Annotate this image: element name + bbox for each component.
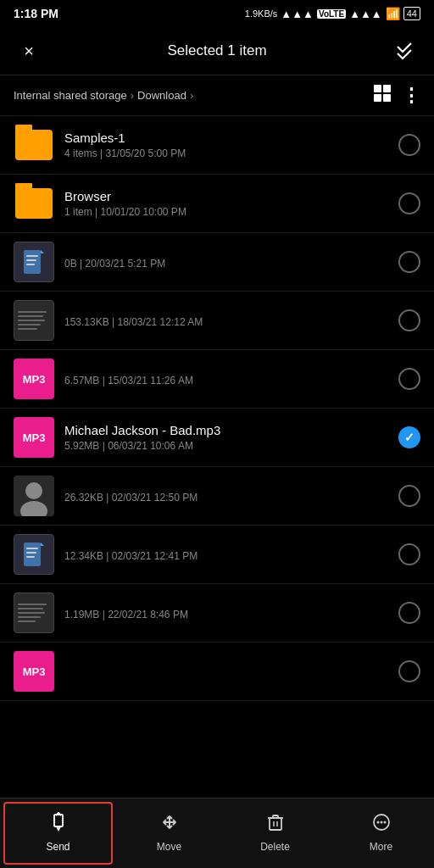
header-title: Selected 1 item <box>44 42 390 59</box>
wifi-icon: 📶 <box>386 7 400 20</box>
file-info: Samples-1 4 items | 31/05/20 5:00 PM <box>64 131 388 159</box>
doc-line <box>18 620 36 622</box>
list-item[interactable]: Browser 1 item | 10/01/20 10:00 PM <box>0 175 434 233</box>
breadcrumb-path[interactable]: Internal shared storage › Download › <box>14 89 193 102</box>
file-name: Michael Jackson - Bad.mp3 <box>64 423 388 437</box>
text-icon <box>14 308 53 333</box>
svg-rect-6 <box>26 259 36 261</box>
file-info <box>64 670 388 673</box>
portrait-icon <box>14 476 54 516</box>
select-checkbox[interactable] <box>398 251 420 273</box>
move-button[interactable]: Move <box>116 798 222 868</box>
doc-line <box>18 608 43 609</box>
file-thumbnail: MP3 <box>14 359 54 399</box>
grid-view-button[interactable] <box>373 84 392 107</box>
list-item[interactable]: Samples-1 4 items | 31/05/20 5:00 PM <box>0 116 434 175</box>
doc-line <box>18 604 47 605</box>
file-thumbnail: MP3 <box>14 651 54 692</box>
bottom-toolbar: Send Move Delete <box>0 798 434 868</box>
file-name: Samples-1 <box>64 131 388 145</box>
svg-point-9 <box>25 482 42 499</box>
svg-rect-5 <box>26 255 38 257</box>
file-info: 26.32KB | 02/03/21 12:50 PM <box>64 489 388 504</box>
file-info: 1.19MB | 22/02/21 8:46 PM <box>64 606 388 620</box>
file-info: Michael Jackson - Bad.mp3 5.92MB | 06/03… <box>64 423 388 452</box>
list-item[interactable]: MP3 <box>0 643 434 701</box>
send-icon <box>48 812 69 837</box>
folder-icon <box>15 188 53 219</box>
svg-rect-0 <box>374 85 381 92</box>
move-label: Move <box>157 841 181 853</box>
select-all-button[interactable] <box>390 36 420 66</box>
select-checkbox[interactable] <box>398 134 420 156</box>
select-checkbox[interactable] <box>398 602 420 624</box>
send-button[interactable]: Send <box>3 802 113 865</box>
context-menu-button[interactable]: ⋮ <box>402 85 420 107</box>
send-svg <box>48 812 69 832</box>
status-icons: 1.9KB/s ▲▲▲ VoLTE ▲▲▲ 📶 44 <box>245 7 420 20</box>
network-speed: 1.9KB/s <box>245 8 278 19</box>
select-checkbox[interactable] <box>398 426 420 448</box>
file-list: Samples-1 4 items | 31/05/20 5:00 PM Bro… <box>0 116 434 762</box>
close-button[interactable]: × <box>14 36 44 66</box>
svg-rect-15 <box>54 815 63 826</box>
more-icon <box>371 812 392 837</box>
doc-line <box>18 315 43 317</box>
doc-line <box>18 328 37 330</box>
file-meta: 12.34KB | 02/03/21 12:41 PM <box>64 550 388 562</box>
list-item[interactable]: 12.34KB | 02/03/21 12:41 PM <box>0 526 434 584</box>
select-checkbox[interactable] <box>398 660 420 682</box>
more-button[interactable]: More <box>328 798 434 868</box>
svg-rect-12 <box>26 548 38 549</box>
doc-line <box>18 311 47 313</box>
select-all-icon <box>396 42 415 60</box>
file-name: Browser <box>64 189 388 203</box>
file-meta: 26.32KB | 02/03/21 12:50 PM <box>64 492 388 504</box>
select-checkbox[interactable] <box>398 309 420 331</box>
list-item[interactable]: 1.19MB | 22/02/21 8:46 PM <box>0 584 434 643</box>
file-info: 0B | 20/03/21 5:21 PM <box>64 255 388 270</box>
file-meta: 0B | 20/03/21 5:21 PM <box>64 258 388 270</box>
list-item[interactable]: MP3 Michael Jackson - Bad.mp3 5.92MB | 0… <box>0 409 434 467</box>
delete-button[interactable]: Delete <box>222 798 328 868</box>
doc-icon <box>22 541 46 568</box>
file-meta: 1.19MB | 22/02/21 8:46 PM <box>64 609 388 620</box>
list-item[interactable]: 26.32KB | 02/03/21 12:50 PM <box>0 467 434 526</box>
file-thumbnail <box>14 242 54 282</box>
file-meta: 6.57MB | 15/03/21 11:26 AM <box>64 375 388 387</box>
select-checkbox[interactable] <box>398 543 420 565</box>
svg-point-25 <box>380 821 382 824</box>
file-meta: 4 items | 31/05/20 5:00 PM <box>64 147 388 159</box>
file-thumbnail <box>14 183 54 224</box>
status-bar: 1:18 PM 1.9KB/s ▲▲▲ VoLTE ▲▲▲ 📶 44 <box>0 0 434 27</box>
doc-line <box>18 324 41 326</box>
file-info: Browser 1 item | 10/01/20 10:00 PM <box>64 189 388 218</box>
file-info: 153.13KB | 18/03/21 12:12 AM <box>64 314 388 328</box>
svg-rect-4 <box>24 250 41 274</box>
text-icon <box>14 600 53 626</box>
file-meta: 5.92MB | 06/03/21 10:06 AM <box>64 440 388 452</box>
delete-label: Delete <box>260 841 290 853</box>
file-meta: 1 item | 10/01/20 10:00 PM <box>64 206 388 218</box>
more-label: More <box>370 841 392 853</box>
select-checkbox[interactable] <box>398 485 420 507</box>
doc-line <box>18 612 45 614</box>
file-thumbnail: MP3 <box>14 417 54 458</box>
more-svg <box>371 812 392 832</box>
svg-rect-13 <box>26 552 36 554</box>
select-checkbox[interactable] <box>398 192 420 214</box>
breadcrumb-root[interactable]: Internal shared storage <box>14 89 127 102</box>
file-meta: 153.13KB | 18/03/21 12:12 AM <box>64 316 388 328</box>
breadcrumb-sep2: › <box>190 89 193 102</box>
status-time: 1:18 PM <box>14 7 58 20</box>
breadcrumb-bar: Internal shared storage › Download › ⋮ <box>0 75 434 116</box>
list-item[interactable]: 153.13KB | 18/03/21 12:12 AM <box>0 292 434 350</box>
breadcrumb-current[interactable]: Download <box>137 89 186 102</box>
file-info: 12.34KB | 02/03/21 12:41 PM <box>64 548 388 562</box>
select-checkbox[interactable] <box>398 368 420 390</box>
list-item[interactable]: 0B | 20/03/21 5:21 PM <box>0 233 434 292</box>
file-thumbnail <box>14 125 54 165</box>
list-item[interactable]: MP3 6.57MB | 15/03/21 11:26 AM <box>0 350 434 409</box>
folder-icon <box>15 130 53 160</box>
svg-rect-1 <box>383 85 391 92</box>
